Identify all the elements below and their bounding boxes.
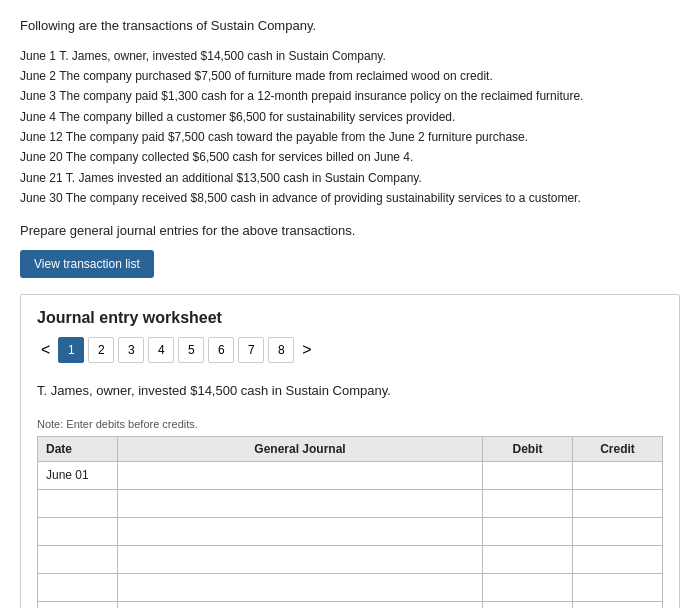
prepare-label: Prepare general journal entries for the … <box>20 223 680 238</box>
transaction-item-1: June 1 T. James, owner, invested $14,500… <box>20 46 680 66</box>
journal-entry-cell[interactable] <box>118 461 483 489</box>
journal-entry-cell[interactable] <box>118 573 483 601</box>
journal-date-cell: June 01 <box>38 461 118 489</box>
transaction-item-7: June 21 T. James invested an additional … <box>20 168 680 188</box>
transaction-item-2: June 2 The company purchased $7,500 of f… <box>20 66 680 86</box>
journal-credit-cell[interactable] <box>573 489 663 517</box>
pagination: < 1 2 3 4 5 6 7 8 > <box>37 337 663 363</box>
journal-debit-cell[interactable] <box>483 489 573 517</box>
transaction-item-4: June 4 The company billed a customer $6,… <box>20 107 680 127</box>
col-header-credit: Credit <box>573 436 663 461</box>
journal-table: Date General Journal Debit Credit June 0… <box>37 436 663 608</box>
page-btn-7[interactable]: 7 <box>238 337 264 363</box>
journal-date-cell <box>38 545 118 573</box>
journal-date-cell <box>38 573 118 601</box>
journal-credit-cell[interactable] <box>573 461 663 489</box>
journal-credit-cell[interactable] <box>573 545 663 573</box>
worksheet-title: Journal entry worksheet <box>37 309 663 327</box>
transaction-item-3: June 3 The company paid $1,300 cash for … <box>20 86 680 106</box>
transaction-item-8: June 30 The company received $8,500 cash… <box>20 188 680 208</box>
page-btn-8[interactable]: 8 <box>268 337 294 363</box>
journal-debit-cell[interactable] <box>483 461 573 489</box>
journal-entry-cell[interactable] <box>118 489 483 517</box>
page-btn-5[interactable]: 5 <box>178 337 204 363</box>
journal-credit-cell[interactable] <box>573 601 663 608</box>
table-row <box>38 489 663 517</box>
worksheet-container: Journal entry worksheet < 1 2 3 4 5 6 7 … <box>20 294 680 608</box>
view-transactions-button[interactable]: View transaction list <box>20 250 154 278</box>
page-btn-3[interactable]: 3 <box>118 337 144 363</box>
note-text: Note: Enter debits before credits. <box>37 418 663 430</box>
page-btn-1[interactable]: 1 <box>58 337 84 363</box>
transaction-description: T. James, owner, invested $14,500 cash i… <box>37 377 663 404</box>
journal-debit-cell[interactable] <box>483 545 573 573</box>
page-btn-4[interactable]: 4 <box>148 337 174 363</box>
journal-date-cell <box>38 489 118 517</box>
table-row <box>38 601 663 608</box>
page-btn-2[interactable]: 2 <box>88 337 114 363</box>
journal-debit-cell[interactable] <box>483 517 573 545</box>
table-row <box>38 573 663 601</box>
journal-credit-cell[interactable] <box>573 573 663 601</box>
table-row <box>38 545 663 573</box>
journal-credit-cell[interactable] <box>573 517 663 545</box>
journal-debit-cell[interactable] <box>483 601 573 608</box>
transaction-item-5: June 12 The company paid $7,500 cash tow… <box>20 127 680 147</box>
prev-page-button[interactable]: < <box>37 341 54 359</box>
col-header-journal: General Journal <box>118 436 483 461</box>
page-btn-6[interactable]: 6 <box>208 337 234 363</box>
intro-title: Following are the transactions of Sustai… <box>20 16 680 36</box>
table-row: June 01 <box>38 461 663 489</box>
table-row <box>38 517 663 545</box>
col-header-date: Date <box>38 436 118 461</box>
transactions-list: June 1 T. James, owner, invested $14,500… <box>20 46 680 209</box>
journal-date-cell <box>38 601 118 608</box>
transaction-item-6: June 20 The company collected $6,500 cas… <box>20 147 680 167</box>
next-page-button[interactable]: > <box>298 341 315 359</box>
col-header-debit: Debit <box>483 436 573 461</box>
journal-entry-cell[interactable] <box>118 517 483 545</box>
journal-date-cell <box>38 517 118 545</box>
journal-debit-cell[interactable] <box>483 573 573 601</box>
journal-entry-cell[interactable] <box>118 601 483 608</box>
journal-entry-cell[interactable] <box>118 545 483 573</box>
